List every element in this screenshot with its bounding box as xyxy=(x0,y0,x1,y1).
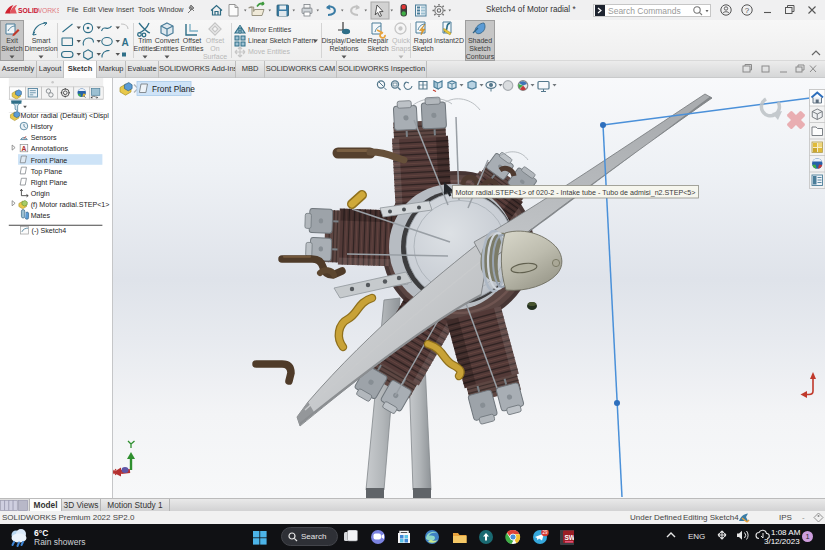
svg-text:Smart: Smart xyxy=(32,37,51,44)
svg-text:Entities: Entities xyxy=(134,45,157,52)
svg-text:Surface: Surface xyxy=(203,53,227,60)
svg-text:Sketch: Sketch xyxy=(367,45,389,52)
svg-text:Entities: Entities xyxy=(181,45,204,52)
svg-text:Rapid: Rapid xyxy=(414,37,432,45)
svg-text:Contours: Contours xyxy=(466,53,495,60)
svg-text:?: ? xyxy=(745,6,750,15)
svg-text:Repair: Repair xyxy=(368,37,389,45)
svg-text:Motor radial.STEP<1> of 020-2: Motor radial.STEP<1> of 020-2 - Intake t… xyxy=(456,188,697,197)
svg-text:Motor radial (Default) <Displ: Motor radial (Default) <Displ xyxy=(21,112,110,120)
svg-text:Sketch: Sketch xyxy=(469,45,491,52)
svg-text:Right Plane: Right Plane xyxy=(31,179,68,187)
svg-text:Relations: Relations xyxy=(329,45,359,52)
svg-text:Linear Sketch Pattern: Linear Sketch Pattern xyxy=(248,37,315,44)
svg-text:Sketch: Sketch xyxy=(1,45,23,52)
svg-text:Display/Delete: Display/Delete xyxy=(321,37,366,45)
svg-text:Convert: Convert xyxy=(155,37,180,44)
svg-text:ENG: ENG xyxy=(688,532,705,541)
svg-text:Move Entities: Move Entities xyxy=(248,48,291,55)
svg-text:(-) Sketch4: (-) Sketch4 xyxy=(32,227,67,235)
svg-text:Shaded: Shaded xyxy=(468,37,492,44)
svg-text:Instant2D: Instant2D xyxy=(434,37,464,44)
svg-text:Front Plane: Front Plane xyxy=(31,157,68,165)
svg-text:Snaps: Snaps xyxy=(391,45,411,53)
svg-text:29: 29 xyxy=(543,530,549,535)
svg-text:On: On xyxy=(210,45,219,52)
svg-text:Origin: Origin xyxy=(31,190,50,198)
svg-text:Mates: Mates xyxy=(31,212,51,220)
svg-text:Sketch: Sketch xyxy=(412,45,434,52)
svg-text:SW: SW xyxy=(565,534,575,541)
svg-text:A: A xyxy=(21,145,26,152)
svg-text:Entities: Entities xyxy=(156,45,179,52)
svg-text:Offset: Offset xyxy=(206,37,225,44)
svg-text:A: A xyxy=(122,37,129,48)
svg-text:Sensors: Sensors xyxy=(31,134,57,142)
svg-text:Top Plane: Top Plane xyxy=(31,168,63,176)
svg-text:(f) Motor radial.STEP<1>: (f) Motor radial.STEP<1> xyxy=(31,201,110,209)
svg-text:Trim: Trim xyxy=(138,37,152,44)
svg-text:History: History xyxy=(31,123,53,131)
svg-text:Dimension: Dimension xyxy=(24,45,57,52)
svg-text:Offset: Offset xyxy=(183,37,202,44)
svg-text:Front Plane: Front Plane xyxy=(152,84,195,94)
svg-text:Mirror Entities: Mirror Entities xyxy=(248,26,292,33)
svg-text:Annotations: Annotations xyxy=(31,145,69,153)
svg-text:WORKS: WORKS xyxy=(36,7,60,14)
svg-text:Quick: Quick xyxy=(392,37,410,45)
svg-text:Exit: Exit xyxy=(6,37,18,44)
